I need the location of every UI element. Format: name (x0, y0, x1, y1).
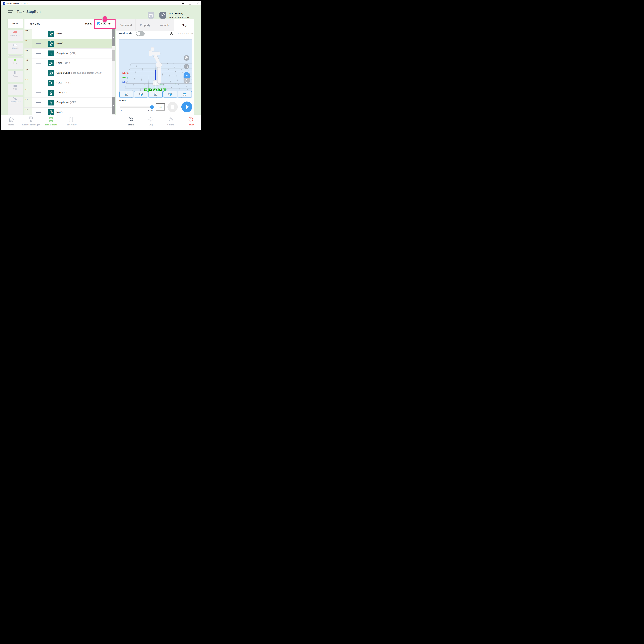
task-row-011[interactable]: 011Force( OFF ) (24, 78, 112, 88)
task-param: ( OFF ) (70, 101, 77, 104)
menu-icon[interactable] (8, 10, 14, 15)
task-param: ( ON ) (70, 52, 76, 54)
close-icon (197, 2, 199, 4)
task-label: MoveJ (56, 111, 63, 113)
status-icon (128, 116, 134, 123)
view-right-cube-icon (139, 92, 143, 96)
robot-mode-button[interactable] (148, 12, 154, 19)
tool-item-break-point[interactable]: Break Point (8, 30, 23, 41)
speed-slider-track[interactable] (120, 107, 154, 108)
close-button[interactable] (195, 1, 200, 5)
nav-item-status[interactable]: Status (121, 116, 141, 129)
task-row-008[interactable]: 008Compliance( ON ) (24, 48, 112, 58)
skip-point-icon (13, 43, 18, 47)
zoom-out-icon (184, 64, 189, 69)
task-row-006[interactable]: 006JMoveJ (24, 29, 112, 39)
task-row-012[interactable]: 012Wait( 1.0 ) (24, 88, 112, 98)
task-row-number: 009 (24, 58, 32, 68)
play-button[interactable] (181, 101, 192, 112)
titlebar: D DART-Platform GV02110200 (1, 1, 201, 5)
scrollbar-thumb[interactable] (112, 50, 115, 61)
tab-property[interactable]: Property (135, 19, 155, 31)
setting-icon (167, 116, 174, 123)
wait-icon (48, 90, 54, 96)
force-icon (48, 60, 54, 66)
view-top-cube-icon (182, 92, 187, 96)
debug-checkbox-group[interactable]: Debug (81, 22, 92, 25)
nav-item-workcell-manager[interactable]: Workcell Manager (21, 116, 41, 129)
tree-connector (36, 34, 41, 34)
tool-item-step-by-step[interactable]: Step by Step (8, 97, 23, 108)
simulation-viewer[interactable]: Axis X Axis Y Axis Z FRONT (119, 39, 192, 98)
task-row-009[interactable]: 009Force( ON ) (24, 58, 112, 68)
pan-button[interactable] (184, 78, 190, 84)
speed-slider-knob[interactable] (150, 105, 154, 109)
orbit-button[interactable] (184, 72, 190, 78)
task-param: ( set_damping_factor([1.0,1.0⋯ ) (71, 72, 105, 74)
steprun-checkbox-group[interactable]: Step Run (97, 22, 111, 25)
task-row-010[interactable]: 010CustomCode( set_damping_factor([1.0,1… (24, 68, 112, 78)
task-builder-icon (48, 116, 54, 123)
task-list-title: Task List (28, 22, 40, 25)
view-left-button[interactable] (149, 91, 163, 98)
task-row-number: 008 (24, 49, 32, 58)
tab-command[interactable]: Command (116, 19, 135, 31)
tree-connector (36, 102, 41, 103)
view-top-button[interactable] (178, 91, 192, 98)
tool-item-pause[interactable]: Pause (8, 71, 23, 82)
pan-icon (184, 78, 190, 84)
scroll-up-button[interactable] (112, 29, 115, 46)
task-label: Compliance (56, 52, 69, 54)
nav-item-setting[interactable]: Setting (161, 116, 180, 129)
robot-arm (149, 47, 162, 86)
screenshot-stage: D DART-Platform GV02110200 Task_StepRun (0, 0, 202, 131)
speed-value-field[interactable]: 100 (156, 103, 165, 111)
view-front-button[interactable] (119, 91, 133, 98)
header-divider (157, 12, 157, 19)
tool-item-label: Skip Point (8, 47, 23, 49)
nav-item-power[interactable]: Power (181, 116, 200, 129)
view-right-button[interactable] (134, 91, 148, 98)
tool-item-skip-point[interactable]: Skip Point (8, 43, 23, 54)
nav-item-jog[interactable]: Jog (141, 116, 160, 129)
task-row-number: 011 (24, 78, 32, 88)
zoom-out-button[interactable] (184, 64, 189, 69)
view-back-button[interactable] (163, 91, 177, 98)
nav-item-label: Task Writer (61, 124, 81, 126)
minimize-button[interactable] (181, 1, 185, 5)
stop-button[interactable] (167, 102, 178, 112)
auto-mode-button[interactable] (159, 12, 166, 19)
bottom-nav: HomeWorkcell ManagerTask BuilderTask Wri… (1, 115, 201, 130)
tab-variable[interactable]: Variable (155, 19, 174, 31)
header: Task_StepRun (1, 5, 201, 19)
nav-item-task-writer[interactable]: Task Writer (61, 116, 81, 129)
task-row-number: 013 (24, 98, 32, 107)
task-row-007[interactable]: 007JMoveJ (24, 39, 112, 48)
tool-item-play[interactable]: Play (8, 58, 23, 69)
task-row-number: 012 (24, 88, 32, 98)
task-list-panel: Task List Debug Step Run 1 (24, 19, 115, 115)
maximize-button[interactable] (188, 1, 192, 5)
tree-connector (36, 53, 41, 54)
steprun-checkbox[interactable] (97, 22, 100, 25)
pause-icon (13, 71, 18, 75)
task-list-scrollbar[interactable] (112, 29, 115, 115)
task-row-013[interactable]: 013Compliance( OFF ) (24, 98, 112, 107)
scroll-down-button[interactable] (112, 97, 115, 114)
tool-item-stop[interactable]: Stop (8, 84, 23, 95)
step-by-step-icon (13, 97, 18, 100)
nav-item-home[interactable]: Home (2, 116, 21, 129)
nav-item-label: Task Builder (41, 124, 61, 126)
tab-bar: CommandPropertyVariablePlay (116, 19, 194, 31)
task-param: ( 1.0 ) (62, 91, 68, 94)
nav-item-task-builder[interactable]: Task Builder (41, 116, 61, 129)
tab-play[interactable]: Play (174, 19, 194, 31)
zoom-in-button[interactable] (184, 55, 189, 61)
nav-item-label: Jog (141, 124, 160, 126)
app-window: D DART-Platform GV02110200 Task_StepRun (1, 1, 201, 130)
page-title: Task_StepRun (17, 10, 41, 14)
task-row-014[interactable]: 014JMoveJ (24, 107, 112, 115)
real-mode-toggle[interactable] (136, 31, 145, 36)
debug-checkbox[interactable] (81, 22, 84, 25)
task-label: MoveJ (56, 32, 63, 35)
